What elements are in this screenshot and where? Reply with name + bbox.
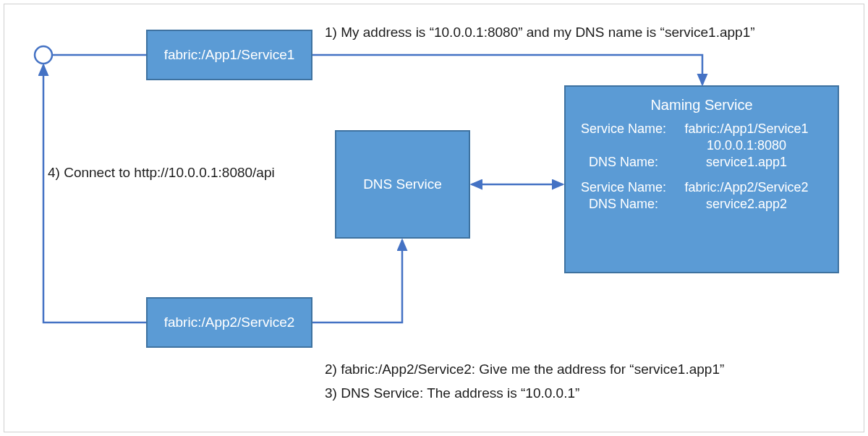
naming-entry-1-dns-name: service2.app2 xyxy=(668,197,825,212)
naming-entry-1-dns-label: DNS Name: xyxy=(579,197,668,212)
naming-entry-0-service-label: Service Name: xyxy=(579,121,668,137)
naming-service-title: Naming Service xyxy=(579,97,825,114)
naming-entry-0-dns-label: DNS Name: xyxy=(579,155,668,170)
arrow-step2 xyxy=(312,240,402,322)
naming-entry-1-service-name: fabric:/App2/Service2 xyxy=(668,180,825,195)
service2-label: fabric:/App2/Service2 xyxy=(164,315,295,330)
dns-service-label: DNS Service xyxy=(363,176,442,192)
start-node-icon xyxy=(35,46,52,64)
naming-entry-0-address: 10.0.0.1:8080 xyxy=(668,138,825,153)
service2-box: fabric:/App2/Service2 xyxy=(146,297,312,348)
arrow-step4 xyxy=(43,65,146,322)
step1-label: 1) My address is “10.0.0.1:8080” and my … xyxy=(325,25,755,40)
step2-label: 2) fabric:/App2/Service2: Give me the ad… xyxy=(325,362,724,377)
step4-label: 4) Connect to http://10.0.0.1:8080/api xyxy=(48,165,275,181)
step3-label: 3) DNS Service: The address is “10.0.0.1… xyxy=(325,385,579,401)
diagram-canvas: fabric:/App1/Service1 fabric:/App2/Servi… xyxy=(4,4,864,432)
arrow-step1 xyxy=(312,55,702,85)
service1-label: fabric:/App1/Service1 xyxy=(164,47,295,63)
naming-entry-0-service-name: fabric:/App1/Service1 xyxy=(668,121,825,137)
naming-service-box: Naming Service Service Name: fabric:/App… xyxy=(564,85,839,273)
dns-service-box: DNS Service xyxy=(335,130,470,239)
service1-box: fabric:/App1/Service1 xyxy=(146,30,312,80)
naming-entry-1-service-label: Service Name: xyxy=(579,180,668,195)
naming-entry-0-dns-name: service1.app1 xyxy=(668,155,825,170)
